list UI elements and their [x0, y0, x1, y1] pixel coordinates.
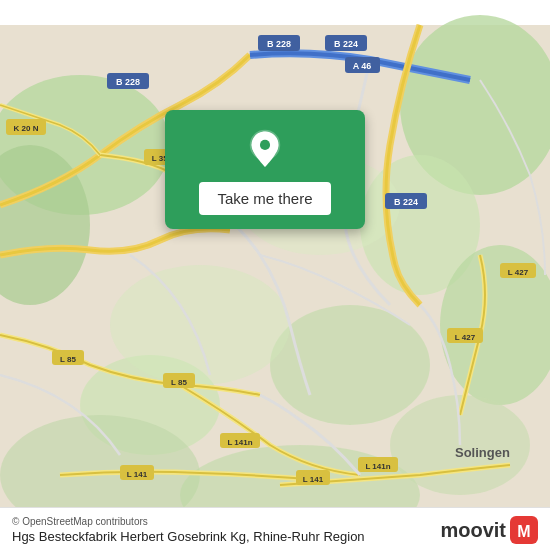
bottom-left-info: © OpenStreetMap contributors Hgs Besteck… — [12, 516, 365, 544]
moovit-brand-text: moovit — [440, 519, 506, 542]
svg-text:L 141: L 141 — [303, 475, 324, 484]
svg-text:L 141: L 141 — [127, 470, 148, 479]
map-container: B 228 B 228 B 224 B 224 A 46 K 20 N L 35… — [0, 0, 550, 550]
svg-text:L 85: L 85 — [60, 355, 76, 364]
take-me-there-button[interactable]: Take me there — [199, 182, 330, 215]
moovit-logo: moovit M — [440, 516, 538, 544]
location-pin-icon — [243, 128, 287, 172]
svg-text:M: M — [517, 523, 530, 540]
svg-text:K 20 N: K 20 N — [14, 124, 39, 133]
svg-text:Solingen: Solingen — [455, 445, 510, 460]
svg-text:L 85: L 85 — [171, 378, 187, 387]
svg-text:B 228: B 228 — [267, 39, 291, 49]
svg-point-13 — [110, 265, 290, 385]
svg-text:L 427: L 427 — [455, 333, 476, 342]
bottom-bar: © OpenStreetMap contributors Hgs Besteck… — [0, 507, 550, 550]
svg-text:A 46: A 46 — [353, 61, 372, 71]
location-title: Hgs Besteckfabrik Herbert Gosebrink Kg, … — [12, 529, 365, 544]
location-card: Take me there — [165, 110, 365, 229]
svg-text:L 141n: L 141n — [365, 462, 390, 471]
copyright-text: © OpenStreetMap contributors — [12, 516, 365, 527]
svg-text:L 427: L 427 — [508, 268, 529, 277]
svg-text:L 141n: L 141n — [227, 438, 252, 447]
svg-text:B 224: B 224 — [334, 39, 358, 49]
moovit-icon: M — [510, 516, 538, 544]
map-background: B 228 B 228 B 224 B 224 A 46 K 20 N L 35… — [0, 0, 550, 550]
svg-text:B 228: B 228 — [116, 77, 140, 87]
svg-point-48 — [260, 140, 270, 150]
svg-text:B 224: B 224 — [394, 197, 418, 207]
